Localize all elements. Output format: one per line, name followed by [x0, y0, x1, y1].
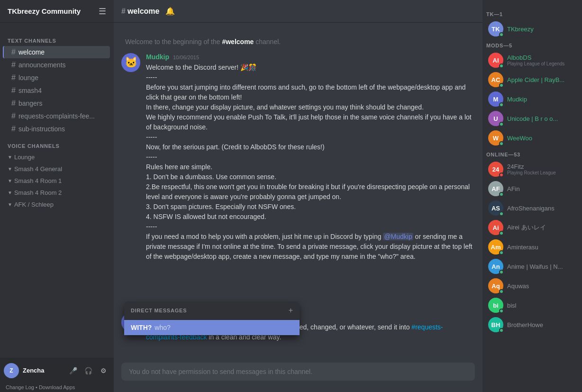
status-dot: [499, 328, 504, 333]
member-avatar: Ai: [488, 220, 503, 235]
member-item[interactable]: 24 24Fitz Playing Rocket League: [484, 160, 580, 179]
member-item[interactable]: AS AfroShenanigans: [484, 199, 580, 218]
dm-add-button[interactable]: +: [289, 306, 293, 315]
member-name: BrotherHowe: [507, 321, 543, 328]
sidebar-item-lounge[interactable]: #lounge: [4, 72, 110, 84]
member-item[interactable]: AC Apple Cider | RayB...: [484, 70, 580, 89]
member-item[interactable]: BH BrotherHowe: [484, 315, 580, 334]
member-item[interactable]: W WeeWoo: [484, 128, 580, 147]
sidebar-item-welcome[interactable]: #welcome: [3, 46, 110, 58]
member-item[interactable]: U Unicode | Β r ο ο...: [484, 109, 580, 128]
member-info: BrotherHowe: [507, 321, 543, 328]
voice-channel-label: Smash 4 Room 2: [14, 189, 62, 196]
mods-section-header: MODS—5: [482, 39, 582, 50]
member-name: Aquwas: [507, 283, 529, 290]
hamburger-icon[interactable]: ☰: [99, 6, 106, 17]
mic-button[interactable]: 🎤: [66, 364, 80, 377]
member-name: AFin: [507, 185, 520, 192]
channel-label: bangers: [18, 100, 43, 107]
hash-icon: #: [11, 86, 16, 95]
member-avatar: AC: [488, 72, 503, 87]
bell-icon[interactable]: 🔔: [165, 7, 175, 16]
voice-channel-header[interactable]: ▼ Smash 4 Room 2: [4, 187, 110, 198]
member-avatar: Am: [488, 239, 503, 255]
channel-link: #welcome: [222, 38, 254, 46]
member-info: AFin: [507, 185, 520, 192]
member-avatar: TK: [488, 21, 503, 36]
message-text: Welcome to the Discord server! 🎉🎊 ----- …: [146, 63, 475, 262]
status-dot: [499, 250, 504, 255]
voice-channel-group: ▼ Smash 4 General: [4, 164, 110, 174]
mudkip-avatar: 🐱: [121, 53, 140, 72]
voice-channels-container: ▼ Lounge ▼ Smash 4 General ▼ Smash 4 Roo…: [0, 152, 114, 210]
member-info: Apple Cider | RayB...: [507, 76, 564, 83]
sidebar-item-sub-instructions[interactable]: #sub-instructions: [4, 123, 110, 135]
channel-label: announcements: [18, 61, 66, 69]
member-info: Airei あいレイ: [507, 223, 546, 232]
hash-icon: #: [11, 73, 16, 82]
member-item[interactable]: Ai Airei あいレイ: [484, 218, 580, 237]
server-title: TKbreezy Community: [8, 7, 81, 15]
online-members-container: 24 24Fitz Playing Rocket League AF AFin …: [482, 160, 582, 334]
member-avatar: Al: [488, 53, 503, 68]
voice-channel-group: ▼ AFK / Schleep: [4, 199, 110, 210]
member-info: Anime | Waifus | N...: [507, 263, 563, 270]
hash-icon: #: [11, 125, 16, 133]
voice-channel-label: Smash 4 Room 1: [14, 177, 62, 184]
status-dot: [499, 32, 504, 37]
status-dot: [499, 141, 504, 146]
member-name: TKbreezy: [507, 26, 534, 33]
voice-channel-header[interactable]: ▼ Smash 4 Room 1: [4, 175, 110, 186]
member-item[interactable]: Al AlbobDS Playing League of Legends: [484, 51, 580, 70]
status-dot: [499, 64, 504, 68]
member-info: AlbobDS Playing League of Legends: [507, 54, 564, 66]
member-info: TKbreezy: [507, 26, 534, 33]
sidebar-item-announcements[interactable]: #announcements: [4, 59, 110, 71]
chevron-down-icon: ▼: [8, 190, 12, 195]
member-name: Mudkip: [507, 96, 527, 103]
voice-channel-header[interactable]: ▼ Lounge: [4, 152, 110, 163]
channel-label: smash4: [18, 87, 42, 94]
member-item[interactable]: TK TKbreezy: [484, 19, 580, 38]
sidebar-item-smash4[interactable]: #smash4: [4, 84, 110, 97]
settings-button[interactable]: ⚙: [97, 364, 110, 377]
voice-channel-label: AFK / Schleep: [14, 201, 54, 208]
status-dot: [499, 83, 504, 88]
member-item[interactable]: M Mudkip: [484, 90, 580, 109]
member-item[interactable]: Aq Aquwas: [484, 276, 580, 295]
avatar: Z: [4, 363, 19, 378]
dm-search-bar[interactable]: WITH? who?: [124, 320, 300, 335]
chat-input[interactable]: [121, 363, 475, 381]
message-header: Mudkip 10/06/2015: [146, 53, 475, 61]
voice-channel-group: ▼ Smash 4 Room 2: [4, 187, 110, 198]
sidebar-item-bangers[interactable]: #bangers: [4, 97, 110, 109]
member-item[interactable]: bi bisl: [484, 296, 580, 315]
changelog: Change Log • Download Apps: [0, 383, 114, 392]
member-info: WeeWoo: [507, 135, 532, 142]
hash-icon: #: [11, 99, 16, 108]
channel-list: TEXT CHANNELS #welcome#announcements#lou…: [0, 23, 114, 358]
dm-popup: DIRECT MESSAGES + WITH? who?: [124, 301, 300, 335]
mod-members-container: Al AlbobDS Playing League of Legends AC …: [482, 51, 582, 147]
voice-channel-header[interactable]: ▼ AFK / Schleep: [4, 199, 110, 210]
voice-channel-header[interactable]: ▼ Smash 4 General: [4, 164, 110, 174]
member-item[interactable]: An Anime | Waifus | N...: [484, 257, 580, 276]
member-item[interactable]: Am Aminterasu: [484, 237, 580, 256]
hash-icon: #: [11, 61, 16, 69]
message-group: 🐱 Mudkip 10/06/2015 Welcome to the Disco…: [114, 51, 482, 264]
online-section-header: ONLINE—53: [482, 148, 582, 159]
member-name: WeeWoo: [507, 135, 532, 142]
sidebar-item-requests-complaints[interactable]: #requests-complaints-fee...: [4, 110, 110, 122]
server-header[interactable]: TKbreezy Community ☰: [0, 0, 114, 23]
member-name: Unicode | Β r ο ο...: [507, 115, 558, 122]
member-item[interactable]: AF AFin: [484, 179, 580, 198]
headphones-button[interactable]: 🎧: [82, 364, 95, 377]
member-avatar: W: [488, 130, 503, 146]
member-info: 24Fitz Playing Rocket League: [507, 163, 556, 175]
member-avatar: bi: [488, 298, 503, 313]
channel-hash-icon: #: [121, 7, 126, 15]
member-name: Anime | Waifus | N...: [507, 263, 563, 270]
member-avatar: BH: [488, 317, 503, 332]
status-dot: [499, 192, 504, 197]
messages-area: Welcome to the beginning of the #welcome…: [114, 23, 482, 363]
